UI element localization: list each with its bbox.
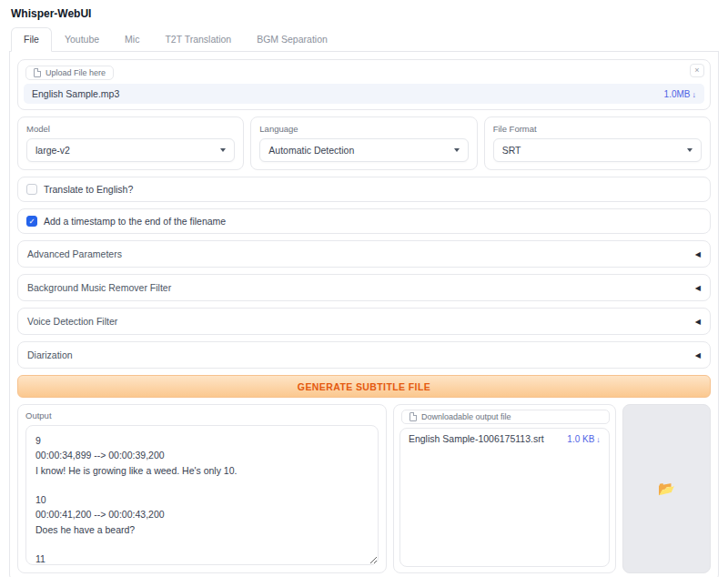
file-format-value: SRT bbox=[502, 145, 521, 156]
language-value: Automatic Detection bbox=[268, 145, 354, 156]
close-icon[interactable]: × bbox=[690, 64, 704, 77]
tab-bar: File Youtube Mic T2T Translation BGM Sep… bbox=[9, 27, 719, 52]
output-file-name: English Sample-1006175113.srt bbox=[409, 433, 544, 444]
accordion-diarization[interactable]: Diarization ◀ bbox=[17, 341, 711, 369]
language-label: Language bbox=[259, 124, 468, 134]
uploaded-file-name: English Sample.mp3 bbox=[32, 88, 119, 99]
uploaded-file-size: 1.0MB bbox=[664, 89, 691, 99]
output-textarea[interactable]: 9 00:00:34,899 --> 00:00:39,200 I know! … bbox=[25, 425, 379, 565]
model-dropdown[interactable]: large-v2 bbox=[26, 138, 235, 162]
uploaded-file-row[interactable]: English Sample.mp3 1.0MB↓ bbox=[24, 84, 704, 104]
file-format-dropdown[interactable]: SRT bbox=[493, 138, 702, 162]
accordion-collapsed-icon: ◀ bbox=[695, 284, 701, 292]
accordion-advanced-parameters[interactable]: Advanced Parameters ◀ bbox=[17, 240, 711, 268]
file-tab-panel: Upload File here × English Sample.mp3 1.… bbox=[9, 52, 719, 577]
language-field: Language Automatic Detection bbox=[250, 116, 477, 170]
accordion-collapsed-icon: ◀ bbox=[695, 250, 701, 258]
translate-to-english-checkbox[interactable] bbox=[26, 184, 37, 195]
model-value: large-v2 bbox=[35, 145, 70, 156]
upload-file-label: Upload File here bbox=[25, 66, 114, 80]
downloadable-output-file-label: Downloadable output file bbox=[401, 410, 610, 424]
translate-to-english-option: Translate to English? bbox=[17, 177, 711, 202]
tab-t2t-translation[interactable]: T2T Translation bbox=[152, 27, 244, 52]
tab-file[interactable]: File bbox=[11, 27, 52, 52]
results-row: Output 9 00:00:34,899 --> 00:00:39,200 I… bbox=[17, 404, 711, 573]
accordion-voice-detection-filter[interactable]: Voice Detection Filter ◀ bbox=[17, 308, 711, 335]
downloadable-output-file-component: Downloadable output file English Sample-… bbox=[393, 404, 616, 573]
upload-file-label-text: Upload File here bbox=[46, 68, 106, 77]
output-file-download-link[interactable]: 1.0 KB↓ bbox=[567, 434, 601, 444]
output-file-list: English Sample-1006175113.srt 1.0 KB↓ bbox=[399, 428, 610, 567]
upload-file-component: Upload File here × English Sample.mp3 1.… bbox=[17, 59, 711, 110]
file-icon bbox=[410, 412, 417, 421]
add-timestamp-checkbox[interactable]: ✓ bbox=[26, 216, 37, 227]
downloadable-output-file-label-text: Downloadable output file bbox=[421, 412, 511, 421]
accordion-collapsed-icon: ◀ bbox=[695, 351, 701, 359]
translate-to-english-label: Translate to English? bbox=[44, 184, 133, 195]
tab-youtube[interactable]: Youtube bbox=[52, 27, 112, 52]
folder-icon: 📂 bbox=[658, 481, 675, 497]
accordion-label: Background Music Remover Filter bbox=[27, 282, 171, 293]
accordion-label: Diarization bbox=[27, 349, 73, 360]
check-icon: ✓ bbox=[28, 218, 35, 226]
output-file-row[interactable]: English Sample-1006175113.srt 1.0 KB↓ bbox=[400, 429, 609, 449]
settings-row: Model large-v2 Language Automatic Detect… bbox=[17, 116, 711, 170]
add-timestamp-option: ✓ Add a timestamp to the end of the file… bbox=[17, 208, 711, 234]
chevron-down-icon bbox=[687, 148, 693, 152]
model-field: Model large-v2 bbox=[17, 116, 244, 170]
output-label: Output bbox=[25, 410, 379, 420]
output-file-size: 1.0 KB bbox=[567, 434, 594, 444]
accordion-collapsed-icon: ◀ bbox=[695, 318, 701, 326]
download-icon: ↓ bbox=[596, 435, 601, 444]
accordion-background-music-remover-filter[interactable]: Background Music Remover Filter ◀ bbox=[17, 274, 711, 301]
chevron-down-icon bbox=[454, 148, 460, 152]
add-timestamp-label: Add a timestamp to the end of the filena… bbox=[44, 216, 226, 227]
file-format-field: File Format SRT bbox=[484, 116, 711, 170]
accordion-label: Voice Detection Filter bbox=[27, 316, 117, 327]
file-format-label: File Format bbox=[493, 124, 702, 134]
uploaded-file-download-link[interactable]: 1.0MB↓ bbox=[664, 89, 696, 99]
accordion-label: Advanced Parameters bbox=[27, 248, 122, 259]
file-explorer-panel[interactable]: 📂 bbox=[622, 404, 711, 573]
file-icon bbox=[34, 68, 41, 77]
language-dropdown[interactable]: Automatic Detection bbox=[259, 138, 468, 162]
page-title: Whisper-WebUI bbox=[11, 7, 719, 20]
chevron-down-icon bbox=[220, 148, 226, 152]
output-component: Output 9 00:00:34,899 --> 00:00:39,200 I… bbox=[17, 404, 387, 573]
tab-bgm-separation[interactable]: BGM Separation bbox=[244, 27, 340, 52]
generate-subtitle-file-button[interactable]: GENERATE SUBTITLE FILE bbox=[17, 375, 711, 398]
tab-mic[interactable]: Mic bbox=[112, 27, 152, 52]
model-label: Model bbox=[26, 124, 235, 134]
download-icon: ↓ bbox=[693, 90, 697, 99]
